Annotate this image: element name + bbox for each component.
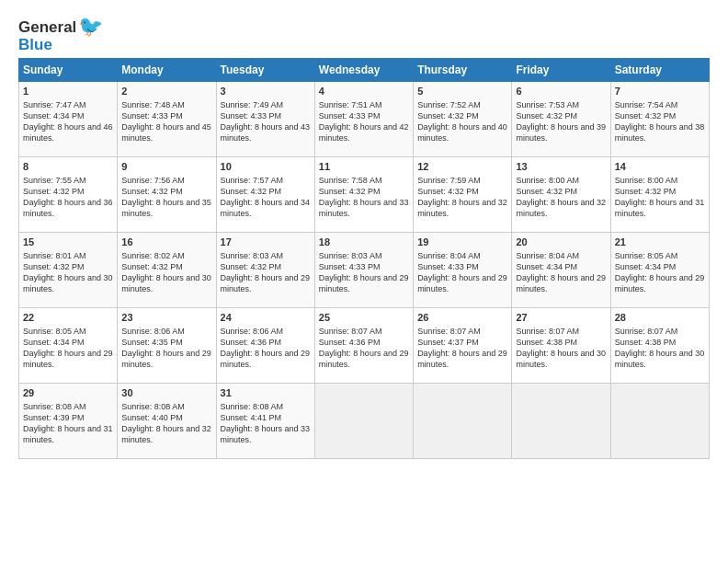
calendar-week-2: 8Sunrise: 7:55 AMSunset: 4:32 PMDaylight… <box>19 157 710 233</box>
sunset-time: Sunset: 4:32 PM <box>221 186 311 197</box>
sunrise-time: Sunrise: 7:48 AM <box>121 99 211 110</box>
sunset-time: Sunset: 4:32 PM <box>615 186 705 197</box>
sunset-time: Sunset: 4:34 PM <box>23 337 113 348</box>
day-number: 15 <box>23 236 113 249</box>
day-number: 11 <box>319 160 409 174</box>
calendar-cell: 29Sunrise: 8:08 AMSunset: 4:39 PMDayligh… <box>19 384 118 459</box>
page: General 🐦 Blue SundayMondayTuesdayWednes… <box>0 0 728 563</box>
daylight-hours: Daylight: 8 hours and 36 minutes. <box>23 197 113 219</box>
weekday-header-wednesday: Wednesday <box>314 59 413 82</box>
sunrise-time: Sunrise: 7:56 AM <box>121 175 211 186</box>
sunset-time: Sunset: 4:32 PM <box>221 261 311 272</box>
daylight-hours: Daylight: 8 hours and 29 minutes. <box>319 272 409 294</box>
calendar-cell: 7Sunrise: 7:54 AMSunset: 4:32 PMDaylight… <box>610 82 709 157</box>
calendar-cell: 11Sunrise: 7:58 AMSunset: 4:32 PMDayligh… <box>314 157 413 233</box>
day-number: 26 <box>417 311 507 325</box>
calendar-cell: 26Sunrise: 8:07 AMSunset: 4:37 PMDayligh… <box>414 308 512 384</box>
day-number: 2 <box>121 85 211 98</box>
sunset-time: Sunset: 4:36 PM <box>319 337 409 348</box>
calendar-cell: 13Sunrise: 8:00 AMSunset: 4:32 PMDayligh… <box>512 157 610 233</box>
sunset-time: Sunset: 4:32 PM <box>23 186 113 197</box>
daylight-hours: Daylight: 8 hours and 29 minutes. <box>615 272 705 294</box>
calendar-cell: 30Sunrise: 8:08 AMSunset: 4:40 PMDayligh… <box>118 384 216 459</box>
day-number: 29 <box>23 386 113 400</box>
day-number: 12 <box>417 160 507 174</box>
sunset-time: Sunset: 4:34 PM <box>615 261 705 272</box>
logo: General 🐦 Blue <box>18 17 103 52</box>
day-number: 25 <box>319 311 409 325</box>
sunset-time: Sunset: 4:33 PM <box>417 261 507 272</box>
daylight-hours: Daylight: 8 hours and 29 minutes. <box>121 348 211 370</box>
sunrise-time: Sunrise: 8:05 AM <box>23 326 113 337</box>
sunrise-time: Sunrise: 8:06 AM <box>121 326 211 337</box>
calendar-cell: 17Sunrise: 8:03 AMSunset: 4:32 PMDayligh… <box>216 233 314 308</box>
calendar-cell: 8Sunrise: 7:55 AMSunset: 4:32 PMDaylight… <box>19 157 118 233</box>
daylight-hours: Daylight: 8 hours and 42 minutes. <box>319 121 409 144</box>
calendar-cell <box>512 384 610 459</box>
daylight-hours: Daylight: 8 hours and 35 minutes. <box>121 197 211 219</box>
daylight-hours: Daylight: 8 hours and 31 minutes. <box>615 197 705 219</box>
calendar-cell: 16Sunrise: 8:02 AMSunset: 4:32 PMDayligh… <box>118 233 216 308</box>
sunset-time: Sunset: 4:33 PM <box>319 110 409 121</box>
day-number: 23 <box>121 311 211 325</box>
calendar-week-5: 29Sunrise: 8:08 AMSunset: 4:39 PMDayligh… <box>19 384 710 459</box>
weekday-header-sunday: Sunday <box>19 59 118 82</box>
daylight-hours: Daylight: 8 hours and 39 minutes. <box>516 121 606 144</box>
logo-bird-icon: 🐦 <box>78 17 103 37</box>
daylight-hours: Daylight: 8 hours and 32 minutes. <box>516 197 606 219</box>
calendar-cell: 19Sunrise: 8:04 AMSunset: 4:33 PMDayligh… <box>414 233 512 308</box>
calendar-week-4: 22Sunrise: 8:05 AMSunset: 4:34 PMDayligh… <box>19 308 710 384</box>
sunset-time: Sunset: 4:32 PM <box>516 110 606 121</box>
sunrise-time: Sunrise: 7:52 AM <box>417 99 507 110</box>
calendar-cell: 21Sunrise: 8:05 AMSunset: 4:34 PMDayligh… <box>610 233 709 308</box>
sunset-time: Sunset: 4:32 PM <box>417 186 507 197</box>
calendar-cell: 24Sunrise: 8:06 AMSunset: 4:36 PMDayligh… <box>216 308 314 384</box>
sunrise-time: Sunrise: 7:47 AM <box>23 99 113 110</box>
sunrise-time: Sunrise: 7:54 AM <box>615 99 705 110</box>
calendar-week-1: 1Sunrise: 7:47 AMSunset: 4:34 PMDaylight… <box>19 82 710 157</box>
sunset-time: Sunset: 4:41 PM <box>221 412 311 423</box>
day-number: 30 <box>121 386 211 400</box>
sunset-time: Sunset: 4:33 PM <box>319 261 409 272</box>
daylight-hours: Daylight: 8 hours and 29 minutes. <box>221 348 311 370</box>
calendar-cell: 22Sunrise: 8:05 AMSunset: 4:34 PMDayligh… <box>19 308 118 384</box>
sunset-time: Sunset: 4:34 PM <box>516 261 606 272</box>
daylight-hours: Daylight: 8 hours and 38 minutes. <box>615 121 705 144</box>
daylight-hours: Daylight: 8 hours and 30 minutes. <box>615 348 705 370</box>
sunset-time: Sunset: 4:33 PM <box>121 110 211 121</box>
sunset-time: Sunset: 4:32 PM <box>121 261 211 272</box>
header: General 🐦 Blue <box>18 17 710 52</box>
sunset-time: Sunset: 4:38 PM <box>615 337 705 348</box>
day-number: 19 <box>417 236 507 249</box>
calendar-cell: 5Sunrise: 7:52 AMSunset: 4:32 PMDaylight… <box>414 82 512 157</box>
sunrise-time: Sunrise: 8:07 AM <box>417 326 507 337</box>
sunset-time: Sunset: 4:36 PM <box>221 337 311 348</box>
daylight-hours: Daylight: 8 hours and 29 minutes. <box>221 272 311 294</box>
calendar-table: SundayMondayTuesdayWednesdayThursdayFrid… <box>18 58 710 459</box>
day-number: 14 <box>615 160 705 174</box>
day-number: 22 <box>23 311 113 325</box>
calendar-cell: 4Sunrise: 7:51 AMSunset: 4:33 PMDaylight… <box>314 82 413 157</box>
daylight-hours: Daylight: 8 hours and 31 minutes. <box>23 423 113 445</box>
calendar-cell: 27Sunrise: 8:07 AMSunset: 4:38 PMDayligh… <box>512 308 610 384</box>
sunrise-time: Sunrise: 7:53 AM <box>516 99 606 110</box>
calendar-cell: 10Sunrise: 7:57 AMSunset: 4:32 PMDayligh… <box>216 157 314 233</box>
sunset-time: Sunset: 4:32 PM <box>417 110 507 121</box>
calendar-cell: 2Sunrise: 7:48 AMSunset: 4:33 PMDaylight… <box>118 82 216 157</box>
calendar-cell: 6Sunrise: 7:53 AMSunset: 4:32 PMDaylight… <box>512 82 610 157</box>
sunrise-time: Sunrise: 8:08 AM <box>23 401 113 412</box>
sunrise-time: Sunrise: 8:02 AM <box>121 250 211 261</box>
sunrise-time: Sunrise: 7:49 AM <box>221 99 311 110</box>
calendar-cell: 20Sunrise: 8:04 AMSunset: 4:34 PMDayligh… <box>512 233 610 308</box>
daylight-hours: Daylight: 8 hours and 33 minutes. <box>319 197 409 219</box>
day-number: 3 <box>221 85 311 98</box>
sunrise-time: Sunrise: 8:08 AM <box>221 401 311 412</box>
calendar-cell: 1Sunrise: 7:47 AMSunset: 4:34 PMDaylight… <box>19 82 118 157</box>
daylight-hours: Daylight: 8 hours and 32 minutes. <box>121 423 211 445</box>
daylight-hours: Daylight: 8 hours and 29 minutes. <box>23 348 113 370</box>
calendar-cell: 15Sunrise: 8:01 AMSunset: 4:32 PMDayligh… <box>19 233 118 308</box>
sunset-time: Sunset: 4:40 PM <box>121 412 211 423</box>
daylight-hours: Daylight: 8 hours and 34 minutes. <box>221 197 311 219</box>
sunrise-time: Sunrise: 7:55 AM <box>23 175 113 186</box>
sunrise-time: Sunrise: 7:51 AM <box>319 99 409 110</box>
